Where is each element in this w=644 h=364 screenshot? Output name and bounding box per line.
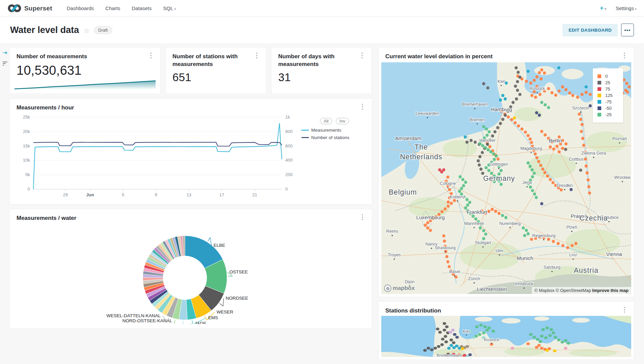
svg-text:Luxembourg: Luxembourg bbox=[416, 214, 445, 220]
panel-title: Stations distribution bbox=[385, 307, 441, 315]
legend-item--75[interactable]: -75 bbox=[598, 99, 623, 104]
edit-dashboard-button[interactable]: EDIT DASHBOARD bbox=[562, 24, 618, 36]
svg-text:WESEL-DATTELN-KANAL: WESEL-DATTELN-KANAL bbox=[106, 313, 161, 318]
improve-map-link[interactable]: Improve this map bbox=[592, 288, 629, 293]
svg-text:Liechtenstein: Liechtenstein bbox=[477, 286, 507, 292]
dashboard-more-button[interactable]: ••• bbox=[621, 24, 634, 36]
nav-item-charts[interactable]: Charts bbox=[100, 5, 126, 11]
legend-item-measurements[interactable]: Measurements bbox=[301, 128, 367, 133]
nav-item-dashboards[interactable]: Dashboards bbox=[61, 5, 100, 11]
kebab-menu-icon[interactable]: ⋮ bbox=[359, 104, 366, 109]
series-swatch bbox=[301, 130, 309, 131]
kebab-menu-icon[interactable]: ⋮ bbox=[253, 53, 260, 58]
svg-text:Leeuwarden: Leeuwarden bbox=[416, 111, 439, 116]
legend-label: -25 bbox=[605, 112, 612, 117]
kebab-menu-icon[interactable]: ⋮ bbox=[148, 53, 154, 58]
filter-rail: ⇥ bbox=[0, 43, 10, 364]
nav-item-datasets[interactable]: Datasets bbox=[126, 5, 157, 11]
svg-text:200: 200 bbox=[285, 172, 293, 177]
svg-text:Szczecin: Szczecin bbox=[572, 105, 589, 110]
kebab-menu-icon[interactable]: ⋮ bbox=[621, 53, 628, 58]
mapbox-logo-icon: ◍ bbox=[384, 285, 391, 292]
svg-text:Nuremberg: Nuremberg bbox=[499, 221, 520, 226]
line-chart: 005k20010k40015k60020k80025k1k29Jun59131… bbox=[12, 114, 301, 201]
svg-text:Kiel: Kiel bbox=[497, 79, 505, 84]
big-number-value: 651 bbox=[166, 68, 266, 84]
filter-icon[interactable] bbox=[3, 62, 10, 66]
panel-stations-distribution: Stations distribution ⋮ bbox=[379, 302, 634, 360]
svg-text:9: 9 bbox=[155, 192, 157, 197]
svg-text:13: 13 bbox=[187, 192, 191, 197]
legend-item-125[interactable]: 125 bbox=[598, 93, 623, 98]
legend-swatch bbox=[598, 74, 601, 78]
svg-text:Munich: Munich bbox=[517, 255, 533, 261]
new-item-button[interactable]: +▾ bbox=[600, 5, 606, 12]
kebab-menu-icon[interactable]: ⋮ bbox=[359, 214, 366, 219]
panel-deviation-map: Current water level deviation in percent… bbox=[379, 47, 634, 297]
svg-text:Berlin: Berlin bbox=[549, 138, 562, 143]
card-number-of-stations: Number of stations with measurements ⋮ 6… bbox=[166, 47, 266, 94]
svg-text:Regensburg: Regensburg bbox=[532, 233, 555, 238]
mapbox-logo[interactable]: ◍ mapbox bbox=[384, 285, 415, 292]
svg-text:JADE: JADE bbox=[195, 321, 206, 324]
svg-text:Belgium: Belgium bbox=[389, 188, 417, 196]
svg-text:EMS: EMS bbox=[208, 315, 218, 320]
chevron-down-icon: ▾ bbox=[605, 7, 606, 11]
legend-item-number-of-stations[interactable]: Number of stations bbox=[301, 135, 367, 140]
svg-text:Plzeň: Plzeň bbox=[567, 225, 577, 230]
legend-all-button[interactable]: All bbox=[320, 118, 332, 124]
kebab-menu-icon[interactable]: ⋮ bbox=[359, 53, 365, 58]
legend-label: 25 bbox=[605, 80, 610, 85]
nav-item-sql[interactable]: SQL▾ bbox=[157, 5, 182, 11]
settings-menu[interactable]: Settings▾ bbox=[616, 5, 637, 11]
card-title: Number of days with measurements bbox=[278, 53, 351, 68]
svg-text:Salzburg: Salzburg bbox=[544, 265, 560, 270]
legend-label: 125 bbox=[605, 93, 613, 98]
legend-item--50[interactable]: -50 bbox=[598, 106, 623, 111]
svg-text:20k: 20k bbox=[23, 129, 30, 134]
kebab-menu-icon[interactable]: ⋮ bbox=[621, 307, 628, 312]
dashboard-header: Water level data ☆ Draft EDIT DASHBOARD … bbox=[0, 17, 644, 43]
legend-swatch bbox=[598, 94, 601, 97]
expand-filter-bar-icon[interactable]: ⇥ bbox=[2, 49, 10, 56]
svg-text:15k: 15k bbox=[23, 143, 30, 148]
map-canvas[interactable]: KielRostockBremerhaven bbox=[381, 316, 631, 357]
svg-text:21: 21 bbox=[252, 192, 257, 197]
legend-label: -50 bbox=[605, 106, 612, 111]
svg-text:1k: 1k bbox=[285, 114, 290, 120]
svg-text:Vienna: Vienna bbox=[606, 251, 622, 257]
svg-text:Jena: Jena bbox=[522, 180, 532, 185]
legend-item--25[interactable]: -25 bbox=[598, 112, 623, 117]
favorite-star-icon[interactable]: ☆ bbox=[84, 27, 90, 35]
legend-item-25[interactable]: 25 bbox=[598, 80, 623, 85]
chart-legend: All Inv Measurements Number of stations bbox=[301, 114, 367, 201]
card-title: Number of measurements bbox=[17, 53, 87, 61]
svg-text:Ulm: Ulm bbox=[495, 248, 503, 253]
svg-text:29: 29 bbox=[63, 192, 68, 197]
legend-swatch bbox=[598, 100, 601, 104]
svg-text:5: 5 bbox=[122, 192, 124, 197]
svg-text:Strasbourg: Strasbourg bbox=[435, 245, 456, 250]
svg-text:Frankfurt: Frankfurt bbox=[466, 209, 487, 215]
svg-text:0: 0 bbox=[285, 187, 288, 192]
legend-item-0[interactable]: 0 bbox=[598, 74, 623, 79]
legend-swatch bbox=[598, 81, 601, 85]
svg-text:Stuttgart: Stuttgart bbox=[475, 240, 491, 245]
superset-brand[interactable]: Superset bbox=[7, 4, 52, 13]
svg-text:Austria: Austria bbox=[574, 266, 599, 274]
legend-item-75[interactable]: 75 bbox=[598, 87, 623, 92]
svg-text:Bremerhaven: Bremerhaven bbox=[437, 354, 462, 357]
svg-text:Troyes: Troyes bbox=[388, 252, 400, 257]
svg-text:Bremen: Bremen bbox=[470, 117, 485, 122]
map-canvas[interactable]: KielRostockSzczecinBremerhavenHamburgLee… bbox=[381, 62, 631, 294]
svg-text:Kiel: Kiel bbox=[463, 330, 470, 334]
chevron-down-icon: ▾ bbox=[635, 7, 637, 11]
svg-text:5k: 5k bbox=[25, 172, 30, 177]
svg-text:Poznań: Poznań bbox=[612, 136, 627, 141]
svg-text:OSTSEE: OSTSEE bbox=[229, 269, 248, 274]
svg-text:Zürich: Zürich bbox=[468, 276, 480, 281]
svg-text:Göttingen: Göttingen bbox=[489, 162, 508, 167]
svg-text:Netherlands: Netherlands bbox=[400, 153, 443, 161]
svg-text:Wrocław: Wrocław bbox=[614, 175, 631, 180]
legend-inv-button[interactable]: Inv bbox=[336, 118, 349, 124]
